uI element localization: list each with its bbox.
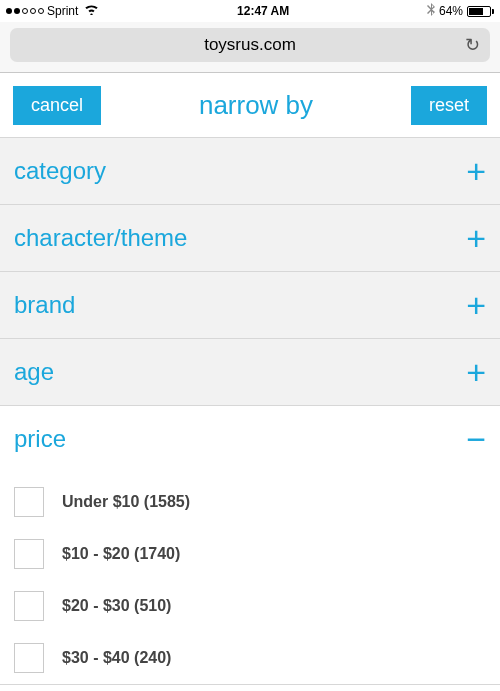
signal-strength-icon bbox=[6, 8, 44, 14]
bluetooth-icon bbox=[427, 3, 435, 19]
url-domain: toysrus.com bbox=[204, 35, 296, 55]
battery-percent: 64% bbox=[439, 4, 463, 18]
facet-label: category bbox=[14, 157, 106, 185]
facet-label: age bbox=[14, 358, 54, 386]
checkbox[interactable] bbox=[14, 591, 44, 621]
clock: 12:47 AM bbox=[237, 4, 289, 18]
browser-url-bar: toysrus.com ↻ bbox=[0, 22, 500, 73]
expand-icon: + bbox=[466, 221, 486, 255]
option-label: $20 - $30 (510) bbox=[62, 597, 171, 615]
facet-header-price[interactable]: price− bbox=[0, 406, 500, 472]
facet-header-category[interactable]: category+ bbox=[0, 138, 500, 204]
facet-header-age[interactable]: age+ bbox=[0, 339, 500, 405]
facet-label: price bbox=[14, 425, 66, 453]
expand-icon: + bbox=[466, 154, 486, 188]
reload-icon[interactable]: ↻ bbox=[465, 34, 480, 56]
checkbox[interactable] bbox=[14, 487, 44, 517]
filter-option[interactable]: $20 - $30 (510) bbox=[14, 580, 486, 632]
battery-icon bbox=[467, 6, 494, 17]
filter-option[interactable]: $10 - $20 (1740) bbox=[14, 528, 486, 580]
wifi-icon bbox=[84, 4, 99, 18]
facet-header-brand[interactable]: brand+ bbox=[0, 272, 500, 338]
status-bar: Sprint 12:47 AM 64% bbox=[0, 0, 500, 22]
status-left: Sprint bbox=[6, 4, 99, 18]
action-bar: cancel narrow by reset bbox=[0, 73, 500, 138]
filter-option[interactable]: $30 - $40 (240) bbox=[14, 632, 486, 684]
carrier-label: Sprint bbox=[47, 4, 78, 18]
url-field[interactable]: toysrus.com ↻ bbox=[10, 28, 490, 62]
checkbox[interactable] bbox=[14, 539, 44, 569]
page-title: narrow by bbox=[199, 90, 313, 121]
facet-header-charactertheme[interactable]: character/theme+ bbox=[0, 205, 500, 271]
option-label: Under $10 (1585) bbox=[62, 493, 190, 511]
facet-label: brand bbox=[14, 291, 75, 319]
status-right: 64% bbox=[427, 3, 494, 19]
cancel-button[interactable]: cancel bbox=[13, 86, 101, 125]
reset-button[interactable]: reset bbox=[411, 86, 487, 125]
checkbox[interactable] bbox=[14, 643, 44, 673]
filter-option[interactable]: Under $10 (1585) bbox=[14, 476, 486, 528]
option-label: $30 - $40 (240) bbox=[62, 649, 171, 667]
option-label: $10 - $20 (1740) bbox=[62, 545, 180, 563]
collapse-icon: − bbox=[466, 422, 486, 456]
facet-label: character/theme bbox=[14, 224, 187, 252]
expand-icon: + bbox=[466, 288, 486, 322]
expand-icon: + bbox=[466, 355, 486, 389]
